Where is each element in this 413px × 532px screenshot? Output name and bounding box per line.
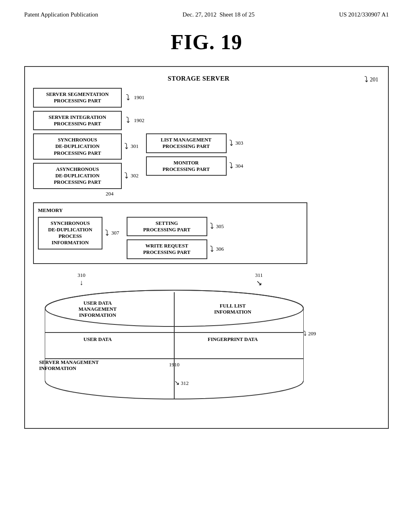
fingerprint-data-label: FINGERPRINT DATA — [162, 326, 303, 353]
disk-content: USER DATA MANAGEMENT INFORMATION FULL LI… — [33, 290, 315, 411]
ref-209-area: ⤵ 209 — [303, 330, 380, 337]
server-segmentation-box: SERVER SEGMENTATION PROCESSING PART — [33, 88, 122, 108]
sync-dedup-info-box: SYNCHRONOUS DE-DUPLICATION PROCESS INFOR… — [38, 217, 102, 249]
ref-301: 301 — [131, 143, 139, 150]
diagram-container: STORAGE SERVER ⤵ 201 SERVER SEGMENTATION… — [24, 66, 389, 429]
ref-201: 201 — [370, 77, 378, 83]
user-data-management-label: USER DATA MANAGEMENT INFORMATION — [33, 292, 162, 326]
ref-305: 305 — [216, 223, 224, 230]
server-integration-row: SERVER INTEGRATION PROCESSING PART ⤵ 190… — [33, 111, 170, 131]
setting-box: SETTING PROCESSING PART — [127, 217, 207, 237]
server-segmentation-row: SERVER SEGMENTATION PROCESSING PART ⤵ 19… — [33, 88, 170, 108]
write-request-box: WRITE REQUEST PROCESSING PART — [127, 239, 207, 259]
ref-1901: 1901 — [134, 94, 144, 101]
ref-1902: 1902 — [134, 117, 144, 124]
ref-306: 306 — [216, 246, 224, 252]
server-integration-box: SERVER INTEGRATION PROCESSING PART — [33, 111, 122, 131]
ref-304: 304 — [236, 163, 244, 169]
ref-307: 307 — [111, 230, 119, 236]
ref-310: 310 — [77, 272, 86, 278]
ref-302: 302 — [131, 172, 139, 179]
main-layout: SERVER SEGMENTATION PROCESSING PART ⤵ 19… — [33, 88, 380, 264]
header-middle: Dec. 27, 2012 Sheet 18 of 25 — [183, 11, 255, 18]
figure-title: FIG. 19 — [0, 30, 413, 54]
ref-209: 209 — [308, 330, 316, 337]
header-right: US 2012/330907 A1 — [339, 11, 389, 18]
storage-server-label: STORAGE SERVER — [33, 75, 364, 82]
list-management-box: LIST MANAGEMENT PROCESSING PART — [146, 133, 227, 153]
ref-312-area: ↘ 312 — [174, 379, 380, 387]
monitor-box: MONITOR PROCESSING PART — [146, 156, 227, 176]
sync-dedup-box: SYNCHRONOUS DE-DUPLICATION PROCESSING PA… — [33, 133, 122, 160]
ref-312: 312 — [181, 380, 189, 386]
memory-container: MEMORY SYNCHRONOUS DE-DUPLICATION PROCES… — [33, 202, 307, 264]
sync-dedup-row: SYNCHRONOUS DE-DUPLICATION PROCESSING PA… — [33, 133, 170, 189]
left-col: SERVER SEGMENTATION PROCESSING PART ⤵ 19… — [33, 88, 170, 264]
ref-303: 303 — [236, 140, 244, 146]
disk-arrow-labels: 310 ↓ 311 ↘ — [33, 272, 307, 287]
page-header: Patent Application Publication Dec. 27, … — [0, 0, 413, 18]
memory-label: MEMORY — [38, 207, 302, 214]
full-list-info-label: FULL LIST INFORMATION — [162, 292, 303, 326]
server-management-label: SERVER MANAGEMENT INFORMATION — [33, 353, 315, 379]
disk-section: 310 ↓ 311 ↘ — [33, 272, 380, 368]
ref-311: 311 — [255, 272, 263, 278]
user-data-label: USER DATA — [33, 326, 162, 353]
header-left: Patent Application Publication — [24, 11, 98, 18]
ref-204: 204 — [106, 191, 170, 197]
async-dedup-box: ASYNCHRONOUS DE-DUPLICATION PROCESSING P… — [33, 163, 122, 189]
